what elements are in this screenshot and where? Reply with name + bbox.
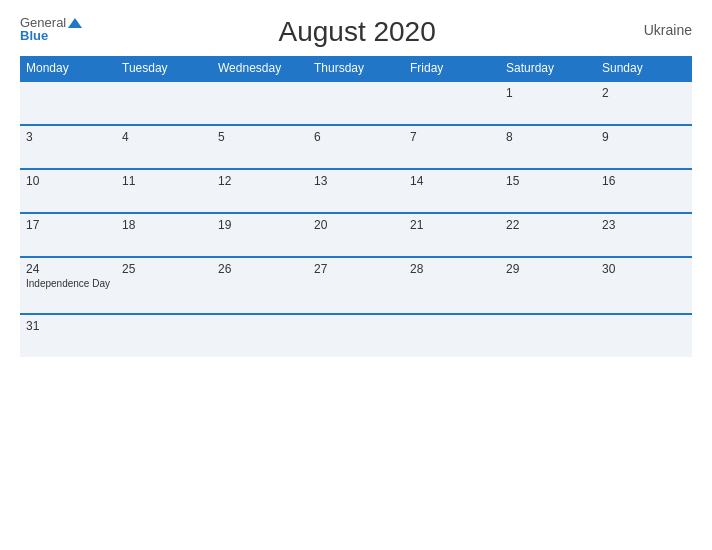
header: General Blue August 2020 Ukraine	[20, 16, 692, 48]
day-number: 13	[314, 174, 398, 188]
day-number: 14	[410, 174, 494, 188]
calendar-day-cell: 30	[596, 257, 692, 314]
calendar-day-cell	[212, 81, 308, 125]
calendar-header: Monday Tuesday Wednesday Thursday Friday…	[20, 56, 692, 81]
day-number: 15	[506, 174, 590, 188]
calendar-day-cell: 5	[212, 125, 308, 169]
day-number: 22	[506, 218, 590, 232]
day-number: 1	[506, 86, 590, 100]
day-number: 30	[602, 262, 686, 276]
calendar-day-cell: 10	[20, 169, 116, 213]
weekday-header-row: Monday Tuesday Wednesday Thursday Friday…	[20, 56, 692, 81]
day-number: 27	[314, 262, 398, 276]
day-number: 24	[26, 262, 110, 276]
day-number: 23	[602, 218, 686, 232]
calendar-week-row: 17181920212223	[20, 213, 692, 257]
calendar-day-cell	[212, 314, 308, 357]
col-wednesday: Wednesday	[212, 56, 308, 81]
col-thursday: Thursday	[308, 56, 404, 81]
calendar-body: 123456789101112131415161718192021222324I…	[20, 81, 692, 357]
calendar-day-cell: 28	[404, 257, 500, 314]
calendar-day-cell: 22	[500, 213, 596, 257]
calendar-day-cell: 9	[596, 125, 692, 169]
day-number: 8	[506, 130, 590, 144]
calendar-day-cell	[500, 314, 596, 357]
calendar-day-cell: 25	[116, 257, 212, 314]
day-number: 10	[26, 174, 110, 188]
calendar-day-cell: 31	[20, 314, 116, 357]
logo: General Blue	[20, 16, 82, 42]
calendar-day-cell: 24Independence Day	[20, 257, 116, 314]
day-number: 16	[602, 174, 686, 188]
calendar-day-cell: 27	[308, 257, 404, 314]
day-number: 6	[314, 130, 398, 144]
day-number: 25	[122, 262, 206, 276]
day-number: 3	[26, 130, 110, 144]
day-number: 26	[218, 262, 302, 276]
calendar-day-cell	[20, 81, 116, 125]
calendar-title: August 2020	[82, 16, 632, 48]
calendar-day-cell	[308, 314, 404, 357]
calendar-day-cell: 8	[500, 125, 596, 169]
calendar-table: Monday Tuesday Wednesday Thursday Friday…	[20, 56, 692, 357]
day-number: 7	[410, 130, 494, 144]
day-number: 5	[218, 130, 302, 144]
calendar-day-cell: 20	[308, 213, 404, 257]
calendar-day-cell: 15	[500, 169, 596, 213]
calendar-day-cell	[596, 314, 692, 357]
calendar-day-cell: 4	[116, 125, 212, 169]
calendar-day-cell: 7	[404, 125, 500, 169]
calendar-day-cell: 18	[116, 213, 212, 257]
calendar-day-cell: 3	[20, 125, 116, 169]
day-number: 31	[26, 319, 110, 333]
calendar-day-cell: 29	[500, 257, 596, 314]
calendar-day-cell	[116, 314, 212, 357]
calendar-day-cell	[404, 81, 500, 125]
calendar-day-cell	[404, 314, 500, 357]
calendar-week-row: 3456789	[20, 125, 692, 169]
calendar-day-cell: 23	[596, 213, 692, 257]
day-number: 21	[410, 218, 494, 232]
day-number: 18	[122, 218, 206, 232]
calendar-week-row: 10111213141516	[20, 169, 692, 213]
calendar-day-cell	[308, 81, 404, 125]
day-number: 11	[122, 174, 206, 188]
calendar-day-cell: 21	[404, 213, 500, 257]
calendar-day-cell: 6	[308, 125, 404, 169]
country-label: Ukraine	[632, 16, 692, 38]
col-saturday: Saturday	[500, 56, 596, 81]
day-number: 19	[218, 218, 302, 232]
calendar-day-cell: 19	[212, 213, 308, 257]
calendar-week-row: 31	[20, 314, 692, 357]
col-sunday: Sunday	[596, 56, 692, 81]
page: General Blue August 2020 Ukraine Monday …	[0, 0, 712, 550]
day-number: 2	[602, 86, 686, 100]
calendar-day-cell: 26	[212, 257, 308, 314]
day-event-label: Independence Day	[26, 278, 110, 289]
day-number: 17	[26, 218, 110, 232]
day-number: 9	[602, 130, 686, 144]
calendar-week-row: 24Independence Day252627282930	[20, 257, 692, 314]
col-monday: Monday	[20, 56, 116, 81]
logo-blue-text: Blue	[20, 29, 48, 42]
day-number: 28	[410, 262, 494, 276]
calendar-day-cell: 11	[116, 169, 212, 213]
logo-triangle-icon	[68, 18, 82, 28]
col-friday: Friday	[404, 56, 500, 81]
day-number: 4	[122, 130, 206, 144]
calendar-day-cell: 12	[212, 169, 308, 213]
day-number: 12	[218, 174, 302, 188]
calendar-day-cell	[116, 81, 212, 125]
day-number: 29	[506, 262, 590, 276]
calendar-day-cell: 14	[404, 169, 500, 213]
calendar-day-cell: 17	[20, 213, 116, 257]
calendar-day-cell: 2	[596, 81, 692, 125]
calendar-day-cell: 16	[596, 169, 692, 213]
calendar-day-cell: 1	[500, 81, 596, 125]
day-number: 20	[314, 218, 398, 232]
calendar-week-row: 12	[20, 81, 692, 125]
col-tuesday: Tuesday	[116, 56, 212, 81]
calendar-day-cell: 13	[308, 169, 404, 213]
